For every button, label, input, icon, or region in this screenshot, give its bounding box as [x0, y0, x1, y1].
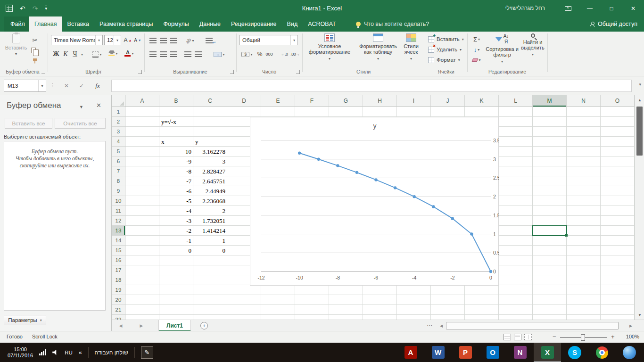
- cell-C6[interactable]: 3: [193, 156, 227, 166]
- percent-style-button[interactable]: %: [256, 49, 264, 59]
- row-header-10[interactable]: 10: [112, 196, 125, 206]
- h-scroll-left-icon[interactable]: ◀: [438, 320, 445, 331]
- data-point[interactable]: [413, 195, 415, 198]
- data-point[interactable]: [317, 158, 320, 161]
- align-top-button[interactable]: [148, 35, 157, 46]
- vertical-scrollbar-thumb[interactable]: [636, 107, 643, 156]
- row-header-11[interactable]: 11: [112, 206, 125, 216]
- row-header-18[interactable]: 18: [112, 275, 125, 285]
- italic-button[interactable]: К: [61, 49, 70, 59]
- increase-indent-button[interactable]: [193, 49, 203, 59]
- language-indicator[interactable]: RU: [65, 350, 73, 355]
- cancel-entry-icon[interactable]: ✕: [60, 80, 73, 92]
- column-header-N[interactable]: N: [567, 95, 601, 107]
- row-header-20[interactable]: 20: [112, 295, 125, 305]
- clear-button[interactable]: ▾: [470, 55, 484, 65]
- cell-B6[interactable]: -9: [159, 156, 193, 166]
- data-point[interactable]: [374, 178, 377, 181]
- align-bottom-button[interactable]: [169, 35, 178, 46]
- row-header-19[interactable]: 19: [112, 285, 125, 295]
- font-size-combo[interactable]: 12▾: [104, 35, 121, 45]
- tab-overflow-icon[interactable]: ⋯: [427, 322, 432, 329]
- cut-button[interactable]: ✂: [29, 35, 41, 45]
- column-header-L[interactable]: L: [499, 95, 533, 107]
- borders-button[interactable]: ▾: [91, 49, 104, 59]
- cell-C7[interactable]: 2.828427: [193, 166, 227, 176]
- cell-C12[interactable]: 1.732051: [193, 216, 227, 226]
- row-header-21[interactable]: 21: [112, 305, 125, 315]
- row-header-16[interactable]: 16: [112, 255, 125, 265]
- data-point[interactable]: [489, 270, 492, 273]
- row-header-4[interactable]: 4: [112, 137, 125, 147]
- zoom-in-button[interactable]: +: [611, 333, 615, 340]
- tell-me-box[interactable]: Что вы хотите сделать?: [356, 16, 429, 32]
- underline-dropdown[interactable]: ▾: [79, 49, 85, 59]
- ribbon-display-options-icon[interactable]: [557, 0, 579, 16]
- cell-C10[interactable]: 2.236068: [193, 196, 227, 206]
- alignment-dialog-launcher-icon[interactable]: [230, 70, 234, 74]
- taskbar-chrome[interactable]: [588, 343, 616, 362]
- chart-object[interactable]: 00.511.522.533.5-12-10-8-6-4-20 y: [250, 117, 499, 286]
- data-point[interactable]: [470, 232, 473, 235]
- data-point[interactable]: [432, 205, 435, 208]
- chart-title[interactable]: y: [250, 122, 499, 130]
- data-point[interactable]: [298, 152, 301, 155]
- cell-B4[interactable]: x: [159, 137, 193, 147]
- row-header-3[interactable]: 3: [112, 127, 125, 137]
- number-dialog-launcher-icon[interactable]: [296, 70, 300, 74]
- bold-button[interactable]: Ж: [52, 49, 60, 59]
- data-point[interactable]: [336, 164, 339, 167]
- orientation-button[interactable]: ab▾: [183, 35, 197, 46]
- row-header-9[interactable]: 9: [112, 186, 125, 196]
- tab-данные[interactable]: Данные: [194, 16, 226, 32]
- row-header-13[interactable]: 13: [112, 226, 125, 236]
- format-painter-button[interactable]: [29, 56, 41, 66]
- insert-cells-button[interactable]: Вставить▾: [428, 34, 464, 44]
- column-header-J[interactable]: J: [431, 95, 465, 107]
- tab-вставка[interactable]: Вставка: [62, 16, 94, 32]
- tab-file[interactable]: Файл: [4, 16, 32, 32]
- column-header-A[interactable]: A: [125, 95, 159, 107]
- cell-B2[interactable]: y=√-x: [159, 117, 193, 127]
- account-name[interactable]: רחל מגרהלישוילי: [505, 0, 545, 16]
- taskbar-onenote[interactable]: N: [506, 343, 534, 362]
- align-center-button[interactable]: [158, 49, 168, 59]
- insert-function-icon[interactable]: fx: [91, 80, 104, 92]
- row-header-15[interactable]: 15: [112, 246, 125, 255]
- previous-sheet-icon[interactable]: ◀: [116, 320, 126, 331]
- cell-B11[interactable]: -4: [159, 206, 193, 216]
- taskbar-skype[interactable]: S: [561, 343, 588, 362]
- cell-C14[interactable]: 1: [193, 236, 227, 246]
- vertical-scrollbar[interactable]: ▲ ▼: [635, 95, 644, 320]
- pen-input-icon[interactable]: ✎: [141, 346, 153, 359]
- format-as-table-button[interactable]: Форматировать как таблицу▾: [355, 33, 401, 62]
- row-header-1[interactable]: 1: [112, 107, 125, 117]
- scroll-down-icon[interactable]: ▼: [635, 311, 644, 319]
- sort-filter-button[interactable]: А↓Я Сортировка и фильтр▾: [486, 33, 519, 65]
- font-color-button[interactable]: А▾: [123, 48, 136, 58]
- cell-B12[interactable]: -3: [159, 216, 193, 226]
- increase-decimal-button[interactable]: ←.0: [279, 49, 289, 59]
- cell-B9[interactable]: -6: [159, 186, 193, 196]
- new-sheet-icon[interactable]: +: [200, 322, 208, 329]
- maximize-button[interactable]: □: [601, 0, 622, 16]
- column-header-C[interactable]: C: [193, 95, 227, 107]
- taskbar-outlook[interactable]: O: [479, 343, 506, 362]
- cell-B7[interactable]: -8: [159, 166, 193, 176]
- underline-button[interactable]: Ч: [71, 49, 79, 59]
- cell-B13[interactable]: -2: [159, 226, 193, 236]
- page-layout-view-button[interactable]: [514, 334, 521, 340]
- zoom-out-button[interactable]: −: [553, 333, 556, 340]
- column-header-G[interactable]: G: [329, 95, 363, 107]
- taskbar-powerpoint[interactable]: P: [452, 343, 479, 362]
- align-middle-button[interactable]: [158, 35, 168, 46]
- tab-рецензирование[interactable]: Рецензирование: [226, 16, 282, 32]
- name-box-resize-handle[interactable]: ⋮: [50, 82, 55, 88]
- clipboard-dialog-launcher-icon[interactable]: [41, 70, 45, 74]
- tab-формулы[interactable]: Формулы: [158, 16, 194, 32]
- next-sheet-icon[interactable]: ▶: [136, 320, 147, 331]
- column-header-I[interactable]: I: [397, 95, 431, 107]
- row-header-14[interactable]: 14: [112, 236, 125, 246]
- cell-B15[interactable]: 0: [159, 246, 193, 255]
- column-header-K[interactable]: K: [465, 95, 499, 107]
